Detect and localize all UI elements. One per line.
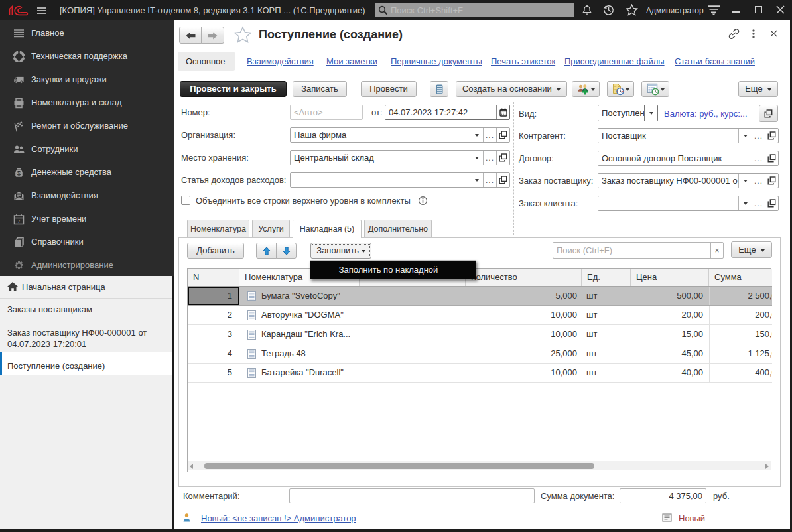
svg-text:$: $ — [18, 171, 21, 176]
svg-text:7: 7 — [17, 218, 21, 224]
